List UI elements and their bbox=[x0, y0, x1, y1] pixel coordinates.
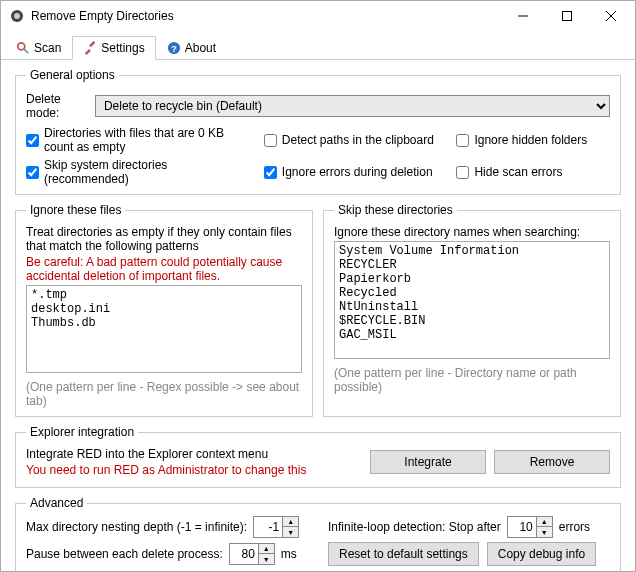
group-legend: General options bbox=[26, 68, 119, 82]
max-depth-label: Max directory nesting depth (-1 = infini… bbox=[26, 520, 247, 534]
window-title: Remove Empty Directories bbox=[31, 9, 501, 23]
ms-label: ms bbox=[281, 547, 297, 561]
tools-icon bbox=[83, 41, 97, 55]
ignore-files-desc: Treat directories as empty if they only … bbox=[26, 225, 302, 253]
cb-skip-system[interactable]: Skip system directories (recommended) bbox=[26, 158, 252, 186]
skip-dirs-textarea[interactable] bbox=[334, 241, 610, 359]
reset-defaults-button[interactable]: Reset to default settings bbox=[328, 542, 479, 566]
max-depth-stepper[interactable]: ▲▼ bbox=[253, 516, 299, 538]
tab-about[interactable]: ? About bbox=[156, 36, 227, 60]
ignore-files-textarea[interactable] bbox=[26, 285, 302, 373]
settings-panel: General options Delete mode: Delete to r… bbox=[1, 60, 635, 571]
integrate-button[interactable]: Integrate bbox=[370, 450, 486, 474]
tab-scan[interactable]: Scan bbox=[5, 36, 72, 60]
tab-label: About bbox=[185, 41, 216, 55]
cb-hide-scan-errors[interactable]: Hide scan errors bbox=[456, 158, 610, 186]
spin-down-icon[interactable]: ▼ bbox=[536, 527, 552, 537]
help-icon: ? bbox=[167, 41, 181, 55]
app-icon bbox=[9, 8, 25, 24]
loop-stepper[interactable]: ▲▼ bbox=[507, 516, 553, 538]
cb-ignore-errors[interactable]: Ignore errors during deletion bbox=[264, 158, 445, 186]
tab-label: Scan bbox=[34, 41, 61, 55]
close-button[interactable] bbox=[589, 2, 633, 30]
copy-debug-button[interactable]: Copy debug info bbox=[487, 542, 596, 566]
loop-label: Infinite-loop detection: Stop after bbox=[328, 520, 501, 534]
explorer-warning: You need to run RED as Administrator to … bbox=[26, 463, 370, 477]
skip-dirs-desc: Ignore these directory names when search… bbox=[334, 225, 610, 239]
svg-text:?: ? bbox=[171, 43, 177, 54]
cb-ignore-hidden[interactable]: Ignore hidden folders bbox=[456, 126, 610, 154]
tab-bar: Scan Settings ? About bbox=[1, 31, 635, 60]
tab-label: Settings bbox=[101, 41, 144, 55]
explorer-desc: Integrate RED into the Explorer context … bbox=[26, 447, 370, 461]
general-options-group: General options Delete mode: Delete to r… bbox=[15, 68, 621, 195]
delete-mode-label: Delete mode: bbox=[26, 92, 89, 120]
ignore-files-hint: (One pattern per line - Regex possible -… bbox=[26, 380, 302, 408]
remove-button[interactable]: Remove bbox=[494, 450, 610, 474]
svg-point-1 bbox=[14, 13, 20, 19]
tab-settings[interactable]: Settings bbox=[72, 36, 155, 60]
skip-dirs-hint: (One pattern per line - Directory name o… bbox=[334, 366, 610, 394]
spin-down-icon[interactable]: ▼ bbox=[258, 554, 274, 564]
group-legend: Advanced bbox=[26, 496, 87, 510]
pause-label: Pause between each delete process: bbox=[26, 547, 223, 561]
ignore-files-group: Ignore these files Treat directories as … bbox=[15, 203, 313, 417]
group-legend: Ignore these files bbox=[26, 203, 125, 217]
spin-up-icon[interactable]: ▲ bbox=[536, 517, 552, 527]
advanced-group: Advanced Max directory nesting depth (-1… bbox=[15, 496, 621, 571]
magnifier-icon bbox=[16, 41, 30, 55]
pause-stepper[interactable]: ▲▼ bbox=[229, 543, 275, 565]
delete-mode-select[interactable]: Delete to recycle bin (Default) bbox=[95, 95, 610, 117]
errors-label: errors bbox=[559, 520, 590, 534]
titlebar: Remove Empty Directories bbox=[1, 1, 635, 31]
minimize-button[interactable] bbox=[501, 2, 545, 30]
group-legend: Explorer integration bbox=[26, 425, 138, 439]
maximize-button[interactable] bbox=[545, 2, 589, 30]
main-window: Remove Empty Directories Scan Settings ? bbox=[0, 0, 636, 572]
spin-up-icon[interactable]: ▲ bbox=[258, 544, 274, 554]
cb-0kb-empty[interactable]: Directories with files that are 0 KB cou… bbox=[26, 126, 252, 154]
svg-point-6 bbox=[18, 43, 25, 50]
group-legend: Skip these directories bbox=[334, 203, 457, 217]
spin-down-icon[interactable]: ▼ bbox=[282, 527, 298, 537]
explorer-integration-group: Explorer integration Integrate RED into … bbox=[15, 425, 621, 488]
spin-up-icon[interactable]: ▲ bbox=[282, 517, 298, 527]
ignore-files-warning: Be careful: A bad pattern could potentia… bbox=[26, 255, 302, 283]
svg-line-7 bbox=[24, 49, 28, 53]
skip-dirs-group: Skip these directories Ignore these dire… bbox=[323, 203, 621, 417]
svg-rect-3 bbox=[563, 12, 572, 21]
cb-detect-clipboard[interactable]: Detect paths in the clipboard bbox=[264, 126, 445, 154]
